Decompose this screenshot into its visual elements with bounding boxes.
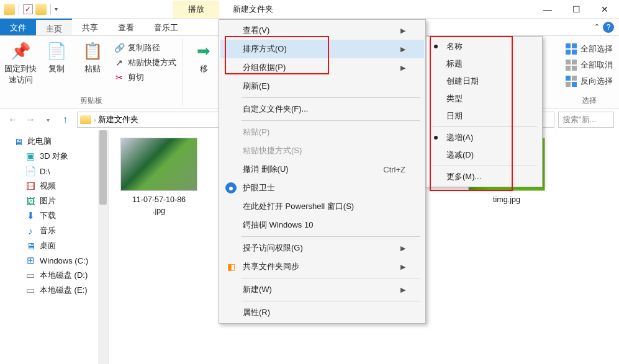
select-group-label: 选择 bbox=[582, 95, 597, 107]
ctx-view[interactable]: 查看(V)▶ bbox=[220, 21, 424, 40]
ctx-give-access[interactable]: 授予访问权限(G)▶ bbox=[220, 239, 424, 257]
select-all-icon bbox=[566, 43, 577, 55]
tree-windows-c[interactable]: ⊞Windows (C:) bbox=[12, 253, 108, 268]
ctx-group-by[interactable]: 分组依据(P)▶ bbox=[220, 58, 424, 77]
tab-home[interactable]: 主页 bbox=[36, 19, 72, 35]
tree-videos[interactable]: 🎞视频 bbox=[12, 179, 108, 193]
tree-this-pc[interactable]: 🖥此电脑 bbox=[12, 134, 108, 149]
paste-icon: 📋 bbox=[83, 41, 102, 61]
folder-icon[interactable] bbox=[35, 4, 47, 15]
cube-icon: ▣ bbox=[25, 151, 36, 162]
folder-icon bbox=[4, 4, 15, 15]
ctx-sort-by[interactable]: 排序方式(O)▶ bbox=[220, 40, 424, 58]
tree-disk-e[interactable]: ▭本地磁盘 (E:) bbox=[12, 283, 108, 298]
sort-title[interactable]: 标题 bbox=[428, 55, 541, 73]
select-none-button[interactable]: 全部取消 bbox=[563, 58, 615, 72]
chevron-right-icon: ▶ bbox=[400, 263, 405, 271]
music-icon: ♪ bbox=[25, 225, 36, 236]
tree-disk-d[interactable]: ▭本地磁盘 (D:) bbox=[12, 268, 108, 283]
ctx-windows10[interactable]: 鍔抽椆 Windows 10 bbox=[220, 216, 424, 234]
titlebar: ✓ ▾ 播放 新建文件夹 — ☐ ✕ bbox=[0, 0, 619, 19]
tree-desktop[interactable]: 🖥桌面 bbox=[12, 238, 108, 253]
ctx-customize-folder[interactable]: 自定义文件夹(F)... bbox=[220, 100, 424, 118]
tab-music-tools[interactable]: 音乐工 bbox=[144, 19, 188, 35]
bullet-icon bbox=[434, 45, 438, 48]
select-none-icon bbox=[566, 60, 577, 71]
sort-date[interactable]: 日期 bbox=[428, 107, 541, 125]
bullet-icon bbox=[434, 136, 438, 140]
ctx-paste: 粘贴(P) bbox=[220, 123, 424, 141]
sidebar-scrollbar[interactable] bbox=[98, 130, 108, 364]
file-name: timg.jpg bbox=[493, 195, 520, 206]
sort-name[interactable]: 名称 bbox=[428, 38, 541, 55]
clipboard-group-label: 剪贴板 bbox=[80, 95, 102, 107]
paste-shortcut-button[interactable]: ↗粘贴快捷方式 bbox=[112, 56, 179, 69]
help-icon[interactable]: ? bbox=[603, 22, 614, 33]
context-menu: 查看(V)▶ 排序方式(O)▶ 分组依据(P)▶ 刷新(E) 自定义文件夹(F)… bbox=[219, 19, 426, 324]
ctx-eye-guard[interactable]: ●护眼卫士 bbox=[220, 179, 424, 197]
sort-more[interactable]: 更多(M)... bbox=[428, 168, 541, 185]
app-icon: ◧ bbox=[225, 261, 237, 272]
window-title: 新建文件夹 bbox=[233, 4, 533, 15]
ctx-open-powershell[interactable]: 在此处打开 Powershell 窗口(S) bbox=[220, 197, 424, 216]
tree-pictures[interactable]: 🖼图片 bbox=[12, 193, 108, 208]
qat-check-icon[interactable]: ✓ bbox=[23, 4, 33, 14]
chevron-right-icon: ▶ bbox=[400, 286, 405, 294]
pc-icon: 🖥 bbox=[12, 136, 24, 147]
move-to-button[interactable]: ➡ 移 bbox=[187, 38, 220, 77]
sort-descending[interactable]: 递减(D) bbox=[428, 146, 541, 164]
paste-button[interactable]: 📋 粘贴 bbox=[76, 38, 109, 88]
tree-music[interactable]: ♪音乐 bbox=[12, 223, 108, 238]
scissors-icon: ✂ bbox=[114, 73, 124, 82]
disk-icon: ▭ bbox=[25, 270, 36, 281]
file-item[interactable]: 11-07-57-10-86 .jpg bbox=[119, 138, 199, 216]
collapse-ribbon-icon[interactable]: ⌃ bbox=[594, 22, 600, 32]
close-button[interactable]: ✕ bbox=[590, 0, 619, 19]
minimize-button[interactable]: — bbox=[533, 0, 562, 19]
search-input[interactable]: 搜索"新... bbox=[558, 112, 614, 128]
ctx-properties[interactable]: 属性(R) bbox=[220, 303, 424, 322]
ctx-undo-delete[interactable]: 撤消 删除(U)Ctrl+Z bbox=[220, 160, 424, 179]
maximize-button[interactable]: ☐ bbox=[562, 0, 590, 19]
chevron-right-icon: ▶ bbox=[400, 244, 405, 252]
back-button[interactable]: ← bbox=[5, 112, 21, 128]
tab-file[interactable]: 文件 bbox=[0, 19, 36, 35]
contextual-tab-play[interactable]: 播放 bbox=[173, 1, 219, 18]
film-icon: 🎞 bbox=[25, 180, 36, 192]
ctx-new[interactable]: 新建(W)▶ bbox=[220, 280, 424, 299]
shortcut-icon: ↗ bbox=[114, 58, 124, 68]
chevron-right-icon[interactable]: › bbox=[94, 117, 96, 123]
history-dropdown[interactable]: ▾ bbox=[40, 112, 56, 128]
tab-view[interactable]: 查看 bbox=[108, 19, 144, 35]
sort-submenu: 名称 标题 创建日期 类型 日期 递增(A) 递减(D) 更多(M)... bbox=[426, 36, 543, 187]
forward-button[interactable]: → bbox=[22, 112, 38, 128]
drive-icon: ⊞ bbox=[25, 255, 36, 266]
tree-3d-objects[interactable]: ▣3D 对象 bbox=[12, 149, 108, 164]
sort-date-created[interactable]: 创建日期 bbox=[428, 73, 541, 90]
tree-downloads[interactable]: ⬇下载 bbox=[12, 208, 108, 223]
invert-selection-button[interactable]: 反向选择 bbox=[563, 74, 615, 88]
select-all-button[interactable]: 全部选择 bbox=[563, 42, 615, 56]
breadcrumb-current[interactable]: 新建文件夹 bbox=[98, 114, 138, 125]
up-button[interactable]: ↑ bbox=[57, 112, 73, 128]
chevron-right-icon: ▶ bbox=[400, 64, 405, 72]
sort-ascending[interactable]: 递增(A) bbox=[428, 129, 541, 146]
tree-d-drive[interactable]: 📄D:\ bbox=[12, 164, 108, 179]
pin-quick-access-button[interactable]: 📌 固定到快 速访问 bbox=[4, 38, 37, 88]
tab-share[interactable]: 共享 bbox=[72, 19, 108, 35]
copy-button[interactable]: 📄 复制 bbox=[40, 38, 73, 88]
picture-icon: 🖼 bbox=[25, 195, 36, 206]
qat-dropdown-icon[interactable]: ▾ bbox=[55, 6, 58, 12]
document-icon: 📄 bbox=[25, 166, 36, 177]
desktop-icon: 🖥 bbox=[25, 240, 36, 251]
app-icon: ● bbox=[225, 182, 237, 193]
ctx-refresh[interactable]: 刷新(E) bbox=[220, 77, 424, 95]
nav-tree: 🖥此电脑 ▣3D 对象 📄D:\ 🎞视频 🖼图片 ⬇下载 ♪音乐 🖥桌面 ⊞Wi… bbox=[0, 130, 109, 364]
copy-path-button[interactable]: 🔗复制路径 bbox=[112, 41, 179, 55]
ctx-share-sync[interactable]: ◧共享文件夹同步▶ bbox=[220, 257, 424, 276]
chevron-right-icon: ▶ bbox=[400, 45, 405, 53]
folder-icon bbox=[80, 115, 91, 124]
sort-type[interactable]: 类型 bbox=[428, 90, 541, 107]
move-icon: ➡ bbox=[194, 41, 214, 61]
cut-button[interactable]: ✂剪切 bbox=[112, 71, 179, 84]
